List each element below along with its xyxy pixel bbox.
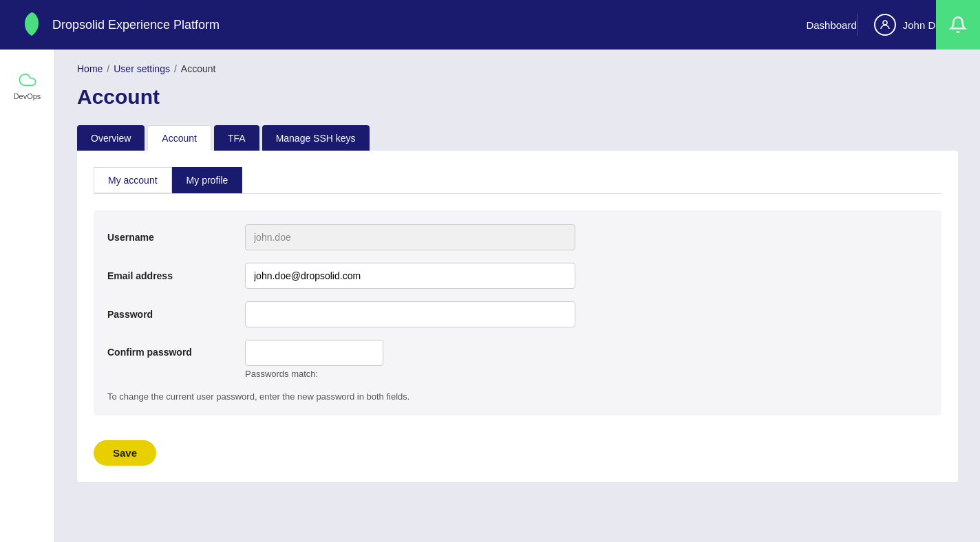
confirm-password-input[interactable] xyxy=(245,340,383,366)
user-avatar-icon xyxy=(874,14,896,36)
breadcrumb-current: Account xyxy=(181,63,216,74)
breadcrumb-user-settings[interactable]: User settings xyxy=(114,63,170,74)
header-logo: d Dropsolid Experience Platform xyxy=(17,11,806,39)
password-input[interactable] xyxy=(245,301,575,327)
sub-tabs: My account My profile xyxy=(94,167,941,194)
header: d Dropsolid Experience Platform Dashboar… xyxy=(0,0,980,50)
confirm-password-group: Passwords match: xyxy=(245,340,383,379)
dashboard-link[interactable]: Dashboard xyxy=(806,19,856,31)
svg-point-1 xyxy=(883,21,887,25)
breadcrumb: Home / User settings / Account xyxy=(77,63,958,74)
layout: DevOps Home / User settings / Account Ac… xyxy=(0,50,980,542)
logo-icon: d xyxy=(17,11,44,39)
password-match-text: Passwords match: xyxy=(245,369,383,379)
hint-text: To change the current user password, ent… xyxy=(107,391,928,402)
breadcrumb-sep-1: / xyxy=(107,63,109,74)
svg-text:d: d xyxy=(25,14,36,36)
username-input[interactable] xyxy=(245,224,575,250)
sidebar-item-devops-label: DevOps xyxy=(14,92,41,100)
confirm-password-label: Confirm password xyxy=(107,340,245,358)
sidebar: DevOps xyxy=(0,50,55,542)
app-title: Dropsolid Experience Platform xyxy=(52,18,220,32)
sub-tab-my-account[interactable]: My account xyxy=(94,167,172,193)
tab-overview[interactable]: Overview xyxy=(77,125,145,151)
page-title: Account xyxy=(77,85,958,109)
breadcrumb-home[interactable]: Home xyxy=(77,63,103,74)
notification-bell[interactable] xyxy=(936,0,980,50)
username-label: Username xyxy=(107,232,245,243)
email-label: Email address xyxy=(107,270,245,281)
breadcrumb-sep-2: / xyxy=(174,63,177,74)
confirm-password-row: Confirm password Passwords match: xyxy=(107,340,928,379)
tab-account[interactable]: Account xyxy=(147,125,211,151)
email-row: Email address xyxy=(107,263,928,289)
email-input[interactable] xyxy=(245,263,575,289)
account-card: My account My profile Username Email add… xyxy=(77,151,958,482)
sidebar-item-devops[interactable]: DevOps xyxy=(8,63,47,107)
main-content: Home / User settings / Account Account O… xyxy=(55,50,980,542)
sub-tab-my-profile[interactable]: My profile xyxy=(172,167,243,193)
tab-manage-ssh-keys[interactable]: Manage SSH keys xyxy=(262,125,370,151)
save-button[interactable]: Save xyxy=(94,440,156,466)
username-row: Username xyxy=(107,224,928,250)
account-form: Username Email address Password Confirm … xyxy=(94,210,941,415)
tab-tfa[interactable]: TFA xyxy=(214,125,259,151)
tabs: Overview Account TFA Manage SSH keys xyxy=(77,125,958,151)
password-row: Password xyxy=(107,301,928,327)
password-label: Password xyxy=(107,309,245,320)
header-nav: Dashboard xyxy=(806,19,856,31)
